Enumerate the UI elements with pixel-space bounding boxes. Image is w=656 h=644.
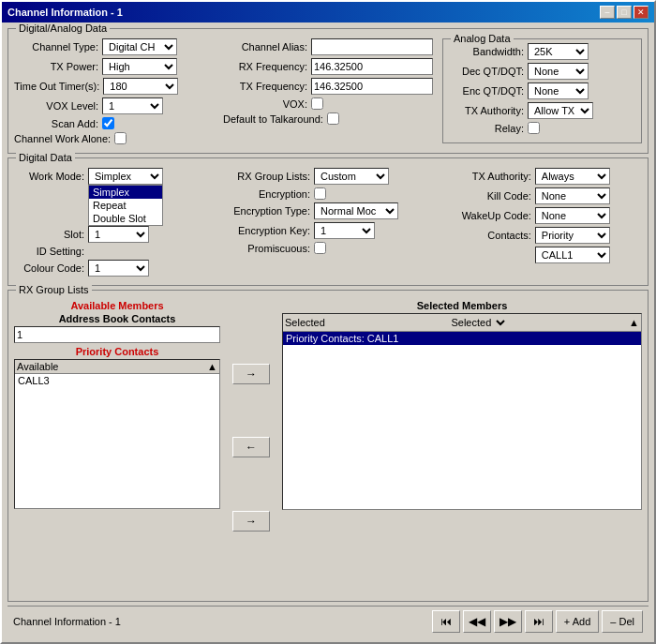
minimize-button[interactable]: – [600,6,615,19]
channel-work-alone-checkbox[interactable] [114,132,127,144]
main-window: Channel Information - 1 – □ ✕ Digital/An… [0,0,656,644]
timeout-select[interactable]: 180 60 [103,78,178,95]
available-item-5[interactable] [15,393,219,395]
rx-group-lists-select[interactable]: Custom None [314,168,389,185]
selected-members-container: Selected Selected ▲ Priority Contacts: C… [282,313,642,510]
tx-authority-analog-select[interactable]: Allow TX [528,102,593,119]
encryption-type-label: Encryption Type: [226,205,310,217]
digital-analog-label: Digital/Analog Data [16,22,110,34]
selected-dropdown[interactable]: Selected [445,315,508,330]
scan-add-label: Scan Add: [14,118,98,129]
tx-authority-row: TX Authority: Always [456,168,642,185]
move-right-2-button[interactable]: → [232,511,270,532]
tx-freq-input[interactable] [311,78,433,95]
arrow-controls: → ← → [228,300,275,595]
available-members-panel: Available Members Address Book Contacts … [14,300,220,595]
default-talkaround-label: Default to Talkaround: [223,113,323,125]
encryption-key-select[interactable]: 1 [314,222,375,239]
bandwidth-select[interactable]: 25K 12.5K [528,43,589,60]
relay-row: Relay: [449,122,635,134]
kill-code-label: Kill Code: [456,190,531,202]
work-mode-select[interactable]: Simplex Repeat Double Slot [88,168,163,185]
channel-type-select[interactable]: Digital CH Analog CH [102,38,177,55]
del-button[interactable]: – Del [602,610,643,633]
prev-button[interactable]: ◀◀ [463,610,491,633]
add-button[interactable]: + Add [556,610,599,633]
encryption-type-select[interactable]: Normal Moc [314,202,398,219]
enc-qt-label: Enc QT/DQT: [449,85,524,97]
analog-label: Analog Data [451,33,514,44]
tx-authority-select[interactable]: Always [535,168,610,185]
work-mode-option-double-slot[interactable]: Double Slot [89,212,162,225]
available-scrollbar-arrow: ▲ [207,361,217,372]
work-mode-option-repeat[interactable]: Repeat [89,199,162,212]
selected-scrollbar-arrow: ▲ [629,317,639,328]
close-button[interactable]: ✕ [634,6,649,19]
vox-checkbox[interactable] [311,97,323,110]
relay-checkbox[interactable] [528,122,540,134]
maximize-button[interactable]: □ [617,6,632,19]
encryption-checkbox[interactable] [314,187,326,200]
vox-level-row: VOX Level: 1 [14,97,214,114]
scan-add-checkbox[interactable] [102,117,114,129]
rx-freq-input[interactable] [311,58,433,75]
slot-row: Slot: 1 2 [14,226,218,243]
rx-freq-label: RX Frequency: [223,61,307,72]
da-middle: Channel Alias: RX Frequency: TX Frequenc… [223,38,433,147]
promiscuous-checkbox[interactable] [314,242,326,254]
default-talkaround-checkbox[interactable] [327,112,339,125]
selected-members-header: Selected Members [282,300,642,311]
next-button[interactable]: ▶▶ [494,610,522,633]
last-button[interactable]: ⏭ [525,610,553,633]
tx-power-label: TX Power: [14,61,98,72]
kill-code-row: Kill Code: None [456,187,642,204]
channel-alias-input[interactable] [311,38,433,55]
footer-label: Channel Information - 1 [13,616,121,627]
colour-code-select[interactable]: 1 2 [88,260,149,277]
vox-level-select[interactable]: 1 [102,97,163,114]
address-book-input[interactable] [14,326,220,343]
contacts-sub-row: CALL1 CALL2 [456,247,642,263]
timeout-row: Time Out Timer(s): 180 60 [14,78,214,95]
tx-authority-analog-label: TX Authority: [449,105,524,116]
window-title: Channel Information - 1 [7,7,123,18]
contacts-sub-select[interactable]: CALL1 CALL2 [535,247,610,263]
rx-group-lists-group: RX Group Lists Available Members Address… [7,290,649,602]
enc-qt-select[interactable]: None [528,82,589,99]
move-left-button[interactable]: ← [232,437,270,457]
enc-qt-row: Enc QT/DQT: None [449,82,635,99]
kill-code-select[interactable]: None [535,187,610,204]
tx-authority-analog-row: TX Authority: Allow TX [449,102,635,119]
tx-power-select[interactable]: High Low [102,58,177,75]
slot-select[interactable]: 1 2 [88,226,149,243]
id-setting-label: ID Setting: [14,246,84,257]
wakeup-code-select[interactable]: None [535,207,610,224]
vox-label: VOX: [223,98,307,110]
promiscuous-label: Promiscuous: [226,243,310,254]
tx-freq-row: TX Frequency: [223,78,433,95]
title-controls: – □ ✕ [600,6,649,19]
vox-level-label: VOX Level: [14,100,98,112]
wakeup-code-row: WakeUp Code: None [456,207,642,224]
tx-power-row: TX Power: High Low [14,58,214,75]
contacts-select[interactable]: Priority None [535,227,610,244]
move-right-button[interactable]: → [232,364,270,384]
tx-freq-label: TX Frequency: [223,81,307,92]
available-header-bar: Available ▲ [15,360,219,374]
promiscuous-row: Promiscuous: [226,242,449,254]
contacts-row: Contacts: Priority None [456,227,642,244]
dec-qt-select[interactable]: None [528,63,589,80]
digital-analog-group: Digital/Analog Data Channel Type: Digita… [7,28,649,154]
window-content: Digital/Analog Data Channel Type: Digita… [2,22,654,642]
work-mode-option-simplex[interactable]: Simplex [89,186,162,199]
wakeup-code-label: WakeUp Code: [456,210,531,221]
first-button[interactable]: ⏮ [432,610,460,633]
bandwidth-label: Bandwidth: [449,46,524,57]
selected-header-bar: Selected Selected ▲ [283,314,641,332]
available-call3-item[interactable]: CALL3 [15,374,219,387]
tx-authority-label: TX Authority: [456,171,531,182]
selected-priority-contacts-item[interactable]: Priority Contacts: CALL1 [283,332,641,345]
rx-group-lists-row: RX Group Lists: Custom None [226,168,449,185]
bandwidth-row: Bandwidth: 25K 12.5K [449,43,635,60]
selected-item-8[interactable] [283,356,641,358]
